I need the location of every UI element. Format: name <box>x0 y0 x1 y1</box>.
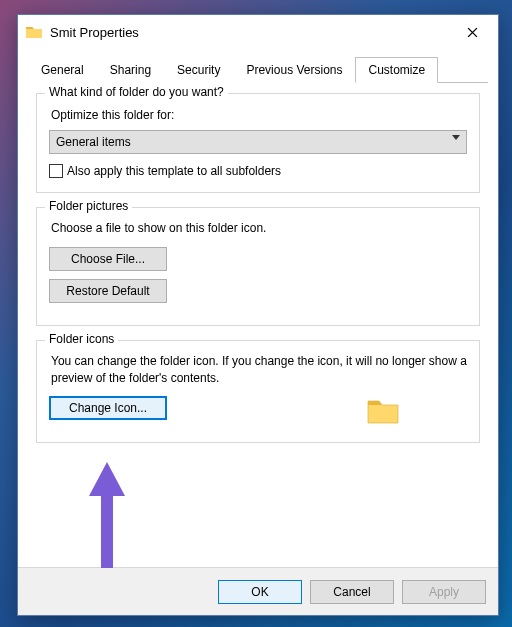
group-folder-pictures: Folder pictures Choose a file to show on… <box>36 207 480 326</box>
cancel-button[interactable]: Cancel <box>310 580 394 604</box>
folder-preview-icon <box>367 397 399 428</box>
tabs: General Sharing Security Previous Versio… <box>28 57 488 83</box>
properties-dialog: Smit Properties General Sharing Security… <box>17 14 499 616</box>
restore-default-button[interactable]: Restore Default <box>49 279 167 303</box>
close-button[interactable] <box>452 18 492 46</box>
titlebar: Smit Properties <box>18 15 498 49</box>
group-folder-kind: What kind of folder do you want? Optimiz… <box>36 93 480 193</box>
group-title-icons: Folder icons <box>45 332 118 346</box>
optimize-combobox[interactable]: General items <box>49 130 467 154</box>
change-icon-button[interactable]: Change Icon... <box>49 396 167 420</box>
choose-file-button[interactable]: Choose File... <box>49 247 167 271</box>
optimize-label: Optimize this folder for: <box>51 108 467 122</box>
tab-previous-versions[interactable]: Previous Versions <box>233 57 355 83</box>
tab-sharing[interactable]: Sharing <box>97 57 164 83</box>
tab-general[interactable]: General <box>28 57 97 83</box>
group-title-pictures: Folder pictures <box>45 199 132 213</box>
group-folder-icons: Folder icons You can change the folder i… <box>36 340 480 444</box>
apply-button[interactable]: Apply <box>402 580 486 604</box>
tabs-container: General Sharing Security Previous Versio… <box>18 49 498 83</box>
dialog-footer: OK Cancel Apply <box>18 567 498 615</box>
apply-subfolders-label: Also apply this template to all subfolde… <box>67 164 281 178</box>
apply-subfolders-row: Also apply this template to all subfolde… <box>49 164 467 178</box>
tab-security[interactable]: Security <box>164 57 233 83</box>
apply-subfolders-checkbox[interactable] <box>49 164 63 178</box>
icons-desc: You can change the folder icon. If you c… <box>51 353 467 387</box>
group-title-kind: What kind of folder do you want? <box>45 85 228 99</box>
window-title: Smit Properties <box>50 25 452 40</box>
tab-content: What kind of folder do you want? Optimiz… <box>18 83 498 567</box>
ok-button[interactable]: OK <box>218 580 302 604</box>
combobox-value: General items <box>56 135 131 149</box>
pictures-desc: Choose a file to show on this folder ico… <box>51 220 467 237</box>
folder-icon <box>26 25 42 39</box>
tab-customize[interactable]: Customize <box>355 57 438 83</box>
chevron-down-icon <box>452 135 460 140</box>
